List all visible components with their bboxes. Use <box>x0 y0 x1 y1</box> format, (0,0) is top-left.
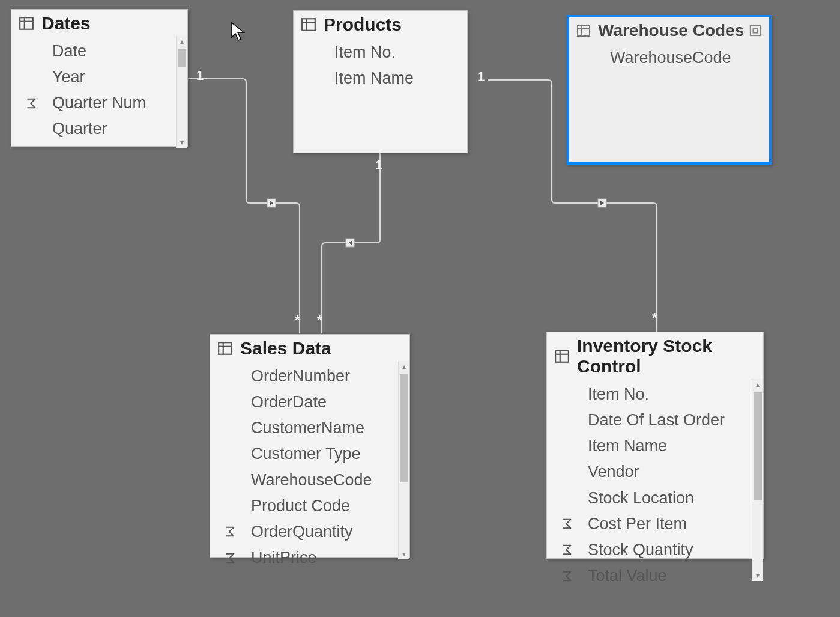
field-row[interactable]: Vendor <box>547 459 763 485</box>
field-label: Date <box>52 40 180 63</box>
field-row[interactable]: Date Of Last Order <box>547 407 763 433</box>
field-row[interactable]: OrderQuantity <box>210 519 409 545</box>
svg-rect-2 <box>598 199 606 207</box>
field-row[interactable]: Stock Location <box>547 485 763 511</box>
field-label: Quarter <box>52 117 180 141</box>
sigma-icon <box>25 97 52 110</box>
scrollbar-vertical[interactable]: ▴ ▾ <box>398 361 409 559</box>
table-title: Products <box>324 14 402 35</box>
field-row[interactable]: WarehouseCode <box>569 45 769 71</box>
field-label: Vendor <box>588 460 756 484</box>
table-products[interactable]: Products Item No. Item Name <box>293 10 468 153</box>
field-row[interactable]: Item No. <box>547 381 763 407</box>
scroll-up-icon[interactable]: ▴ <box>399 361 409 372</box>
field-label: OrderNumber <box>251 365 402 388</box>
scroll-up-icon[interactable]: ▴ <box>752 379 763 390</box>
cardinality-sales-star-from-dates: * <box>295 312 300 328</box>
field-label: OrderQuantity <box>251 520 402 544</box>
table-icon <box>217 341 233 356</box>
scroll-down-icon[interactable]: ▾ <box>399 549 409 559</box>
svg-rect-12 <box>751 26 761 36</box>
table-inventory-stock-control[interactable]: Inventory Stock Control Item No. Date Of… <box>546 332 764 559</box>
field-label: Total Value <box>588 564 756 588</box>
scrollbar-vertical[interactable]: ▴ ▾ <box>176 36 187 148</box>
field-label: Stock Quantity <box>588 538 756 562</box>
field-row[interactable]: Item No. <box>294 40 467 65</box>
field-label: Stock Location <box>588 487 756 510</box>
cardinality-dates-one: 1 <box>196 68 204 84</box>
field-label: Item No. <box>334 41 460 64</box>
svg-rect-6 <box>302 19 315 31</box>
table-sales-data[interactable]: Sales Data OrderNumber OrderDate Custome… <box>210 334 410 558</box>
field-label: WarehouseCode <box>610 46 762 70</box>
field-label: Customer Type <box>251 442 402 466</box>
table-header[interactable]: Warehouse Codes <box>569 17 769 43</box>
table-icon <box>554 348 570 364</box>
scroll-down-icon[interactable]: ▾ <box>177 137 187 148</box>
scroll-down-icon[interactable]: ▾ <box>752 570 763 581</box>
cardinality-inventory-star: * <box>652 310 657 326</box>
svg-rect-17 <box>555 350 569 362</box>
field-label: Item No. <box>588 383 756 406</box>
table-title: Warehouse Codes <box>598 21 744 40</box>
field-row[interactable]: Date <box>11 38 187 64</box>
svg-rect-14 <box>219 342 232 354</box>
table-icon <box>576 23 591 38</box>
sigma-icon <box>223 525 251 538</box>
scroll-up-icon[interactable]: ▴ <box>177 36 187 47</box>
table-warehouse-codes[interactable]: Warehouse Codes WarehouseCode <box>567 15 772 165</box>
scrollbar-thumb[interactable] <box>178 49 186 67</box>
field-row[interactable]: CustomerName <box>210 415 409 441</box>
field-row[interactable]: OrderNumber <box>210 363 409 389</box>
field-row[interactable]: Customer Type <box>210 441 409 467</box>
scrollbar-thumb[interactable] <box>400 374 408 482</box>
sigma-icon <box>560 517 588 530</box>
field-label: CustomerName <box>251 416 402 440</box>
cardinality-products-one: 1 <box>375 157 382 173</box>
field-label: Item Name <box>334 67 460 90</box>
field-label: Date Of Last Order <box>588 409 756 432</box>
field-label: Item Name <box>588 434 756 458</box>
field-row[interactable]: Quarter Num <box>11 90 187 116</box>
field-label: Quarter Num <box>52 91 180 115</box>
scrollbar-vertical[interactable]: ▴ ▾ <box>752 379 763 581</box>
table-header[interactable]: Products <box>294 11 467 37</box>
svg-rect-3 <box>20 17 33 29</box>
field-row[interactable]: Item Name <box>547 433 763 459</box>
field-row[interactable]: OrderDate <box>210 389 409 415</box>
table-header[interactable]: Dates <box>11 10 187 36</box>
scrollbar-thumb[interactable] <box>754 392 762 500</box>
svg-rect-9 <box>578 25 590 36</box>
table-header[interactable]: Sales Data <box>210 335 409 361</box>
field-row[interactable]: Year <box>11 64 187 90</box>
field-row[interactable]: WarehouseCode <box>210 467 409 493</box>
cursor-arrow-icon <box>231 22 246 44</box>
table-mode-icon[interactable] <box>749 24 762 37</box>
field-row[interactable]: Product Code <box>210 493 409 519</box>
field-row[interactable]: Total Value <box>547 563 763 589</box>
field-label: UnitPrice <box>251 546 402 570</box>
field-label: OrderDate <box>251 391 402 414</box>
table-icon <box>19 16 34 31</box>
svg-rect-1 <box>346 239 354 247</box>
field-row[interactable]: Quarter <box>11 116 187 142</box>
table-icon <box>301 17 316 32</box>
field-row[interactable]: Stock Quantity <box>547 537 763 563</box>
field-row[interactable]: UnitPrice <box>210 545 409 571</box>
table-title: Dates <box>41 13 91 34</box>
table-title: Inventory Stock Control <box>577 336 756 377</box>
field-row[interactable]: Item Name <box>294 65 467 91</box>
model-canvas[interactable]: 1 * 1 * 1 * Dates Date Year <box>0 0 840 617</box>
cardinality-sales-star-from-products: * <box>317 312 322 328</box>
field-label: Year <box>52 65 180 89</box>
cardinality-warehouse-one: 1 <box>477 69 485 85</box>
field-label: WarehouseCode <box>251 469 402 492</box>
table-dates[interactable]: Dates Date Year Quarter Num Quarter <box>11 9 188 147</box>
table-header[interactable]: Inventory Stock Control <box>547 332 763 379</box>
svg-rect-0 <box>267 199 276 207</box>
svg-rect-13 <box>753 28 757 32</box>
field-row[interactable]: Cost Per Item <box>547 511 763 537</box>
field-label: Cost Per Item <box>588 512 756 536</box>
table-title: Sales Data <box>240 338 331 359</box>
field-label: Product Code <box>251 494 402 518</box>
